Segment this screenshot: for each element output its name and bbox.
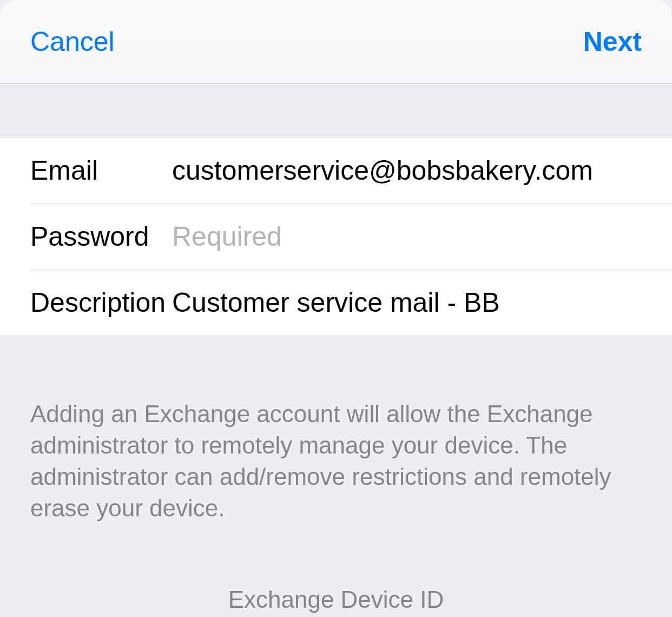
password-row: Password bbox=[0, 204, 672, 270]
cancel-button[interactable]: Cancel bbox=[30, 26, 115, 57]
exchange-info-block: Adding an Exchange account will allow th… bbox=[0, 336, 672, 524]
device-id-label: Exchange Device ID bbox=[228, 586, 444, 613]
password-label: Password bbox=[30, 221, 172, 252]
description-row: Description bbox=[0, 270, 672, 336]
exchange-info-text: Adding an Exchange account will allow th… bbox=[30, 398, 642, 524]
email-row: Email bbox=[0, 137, 672, 204]
email-field[interactable] bbox=[172, 155, 672, 186]
form-top-spacer bbox=[0, 84, 672, 137]
email-label: Email bbox=[30, 155, 172, 186]
next-button[interactable]: Next bbox=[583, 26, 642, 57]
device-id-block: Exchange Device ID bbox=[0, 524, 672, 613]
account-form-group: Email Password Description bbox=[0, 137, 672, 336]
password-field[interactable] bbox=[172, 221, 672, 252]
exchange-account-sheet: Cancel Next Email Password Description A… bbox=[0, 0, 672, 613]
navigation-bar: Cancel Next bbox=[0, 0, 672, 84]
description-field[interactable] bbox=[172, 287, 672, 318]
description-label: Description bbox=[30, 287, 172, 318]
